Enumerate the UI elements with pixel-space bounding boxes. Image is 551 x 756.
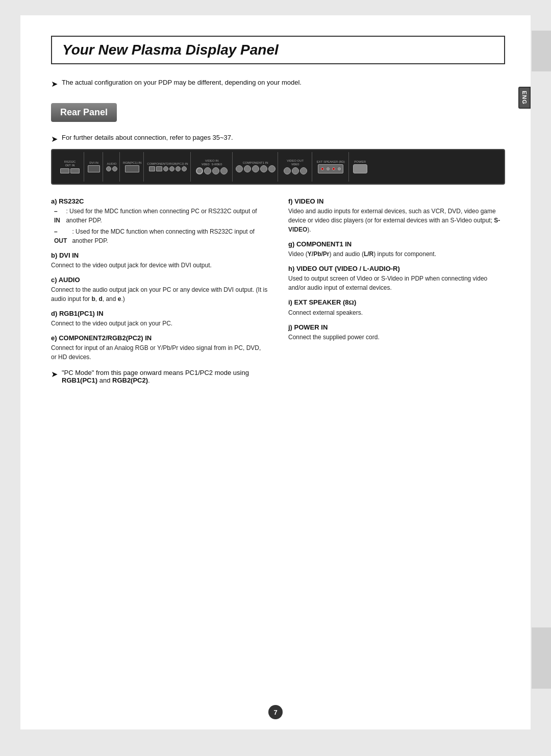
right-strip-bottom: [532, 627, 551, 689]
page-number: 7: [268, 705, 283, 719]
panel-connectors-i: [318, 164, 343, 173]
panel-connectors-e: [149, 166, 187, 171]
desc-title-g: g) COMPONENT1 IN: [288, 240, 505, 248]
panel-connectors-j: [353, 164, 367, 173]
panel-label-a: RS232COUT IN: [64, 160, 76, 167]
pc-mode-text: "PC Mode" from this page onward means PC…: [62, 369, 268, 384]
desc-section-f: f) VIDEO IN Video and audio inputs for e…: [288, 197, 505, 234]
connector-a1: [60, 168, 69, 173]
conn-h2: [292, 167, 299, 174]
conn-g1: [236, 165, 243, 172]
panel-label-i: EXT SPEAKER (8Ω): [317, 160, 345, 164]
panel-connectors-g: [236, 165, 276, 172]
rear-panel-diagram: RS232COUT IN DVI IN AUDIO RGB(PC1) IN: [51, 149, 505, 185]
desc-title-a: a) RS232C: [51, 197, 268, 205]
panel-label-g: COMPONENT1 IN: [243, 161, 268, 165]
conn-f1: [196, 167, 203, 174]
panel-section-i: EXT SPEAKER (8Ω): [313, 152, 349, 182]
panel-label-h: VIDEO OUTVIDEO: [287, 159, 304, 166]
conn-e5: [176, 166, 181, 171]
conn-c1: [106, 166, 111, 171]
connector-d1: [125, 165, 139, 172]
page-title: Your New Plasma Display Panel: [62, 42, 279, 58]
conn-e4: [169, 166, 174, 171]
desc-body-i: Connect external speakers.: [288, 308, 505, 317]
conn-c2: [112, 166, 117, 171]
panel-label-d: RGB(PC1) IN: [123, 161, 141, 165]
page-wrapper: ENG Your New Plasma Display Panel ➤ The …: [20, 15, 531, 729]
desc-title-d: d) RGB1(PC1) IN: [51, 310, 268, 317]
desc-body-b: Connect to the video output jack for dev…: [51, 261, 268, 270]
conn-e2: [156, 166, 162, 171]
dash-a1-bold: – IN: [54, 207, 64, 225]
dash-a2-text: : Used for the MDC function when connect…: [72, 227, 268, 245]
desc-section-i: i) EXT SPEAKER (8Ω) Connect external spe…: [288, 298, 505, 317]
intro-note: ➤ The actual configuration on your PDP m…: [51, 79, 505, 89]
conn-h3: [300, 167, 307, 174]
panel-section-c: AUDIO: [104, 152, 120, 182]
right-column: f) VIDEO IN Video and audio inputs for e…: [288, 197, 505, 384]
panel-section-d: RGB(PC1) IN: [121, 152, 144, 182]
desc-title-e: e) COMPONENT2/RGB2(PC2) IN: [51, 334, 268, 342]
dash-a1: – IN : Used for the MDC function when co…: [54, 207, 268, 225]
section-header: Rear Panel: [51, 103, 117, 122]
panel-section-a: RS232COUT IN: [56, 152, 84, 182]
panel-section-j: POWER: [350, 152, 370, 182]
conn-h1: [284, 167, 291, 174]
spk-4: [338, 167, 341, 170]
panel-label-f: VIDEO INVIDEO S-VIDEO: [202, 159, 222, 166]
conn-g3: [252, 165, 259, 172]
desc-body-e: Connect for input of an Analog RGB or Y/…: [51, 343, 268, 362]
panel-section-b: DVI IN: [85, 152, 103, 182]
speaker-block: [318, 164, 343, 173]
connection-note-text: For further details about connection, re…: [62, 134, 233, 141]
desc-title-c: c) AUDIO: [51, 276, 268, 284]
conn-f4: [220, 167, 228, 174]
conn-e6: [182, 166, 187, 171]
desc-section-e: e) COMPONENT2/RGB2(PC2) IN Connect for i…: [51, 334, 268, 362]
conn-e1: [149, 166, 155, 171]
desc-title-b: b) DVI IN: [51, 251, 268, 259]
arrow-icon-3: ➤: [51, 369, 58, 379]
desc-body-d: Connect to the video output jack on your…: [51, 319, 268, 328]
dash-a2-bold: – OUT: [54, 227, 70, 245]
panel-connectors-d: [125, 165, 139, 172]
conn-e3: [163, 166, 168, 171]
pc-mode-note: ➤ "PC Mode" from this page onward means …: [51, 369, 268, 384]
conn-g4: [260, 165, 267, 172]
panel-label-e: COMPONENT2/RGB(PC2) IN: [147, 162, 188, 166]
desc-section-j: j) POWER IN Connect the supplied power c…: [288, 323, 505, 342]
panel-section-g: COMPONENT1 IN: [234, 152, 278, 182]
panel-connectors-h: [284, 167, 307, 174]
arrow-icon-2: ➤: [51, 134, 58, 144]
desc-section-h: h) VIDEO OUT (VIDEO / L-AUDIO-R) Used to…: [288, 265, 505, 292]
left-column: a) RS232C – IN : Used for the MDC functi…: [51, 197, 268, 384]
panel-section-e: COMPONENT2/RGB(PC2) IN: [145, 152, 190, 182]
panel-label-b: DVI IN: [89, 161, 98, 165]
conn-f2: [204, 167, 211, 174]
panel-connectors-f: [196, 167, 228, 174]
desc-section-b: b) DVI IN Connect to the video output ja…: [51, 251, 268, 270]
panel-section-h: VIDEO OUTVIDEO: [279, 152, 312, 182]
conn-f3: [212, 167, 219, 174]
connection-note: ➤ For further details about connection, …: [51, 134, 505, 144]
desc-columns: a) RS232C – IN : Used for the MDC functi…: [51, 197, 505, 384]
eng-label: ENG: [521, 91, 528, 105]
conn-g5: [268, 165, 276, 172]
panel-connectors-c: [106, 166, 117, 171]
desc-section-d: d) RGB1(PC1) IN Connect to the video out…: [51, 310, 268, 328]
spk-1: [321, 167, 324, 170]
right-strip-top: [532, 31, 551, 71]
panel-label-j: POWER: [354, 160, 366, 164]
panel-section-f: VIDEO INVIDEO S-VIDEO: [192, 152, 233, 182]
intro-note-text: The actual configuration on your PDP may…: [62, 79, 302, 86]
spk-3: [332, 167, 335, 170]
connector-b1: [88, 165, 100, 172]
desc-title-h: h) VIDEO OUT (VIDEO / L-AUDIO-R): [288, 265, 505, 272]
desc-title-i: i) EXT SPEAKER (8Ω): [288, 298, 505, 307]
desc-body-g: Video (Y/Pb/Pr) and audio (L/R) inputs f…: [288, 249, 505, 259]
section-label: Rear Panel: [60, 107, 108, 117]
desc-body-c: Connect to the audio output jack on your…: [51, 285, 268, 304]
conn-g2: [244, 165, 251, 172]
desc-section-g: g) COMPONENT1 IN Video (Y/Pb/Pr) and aud…: [288, 240, 505, 259]
